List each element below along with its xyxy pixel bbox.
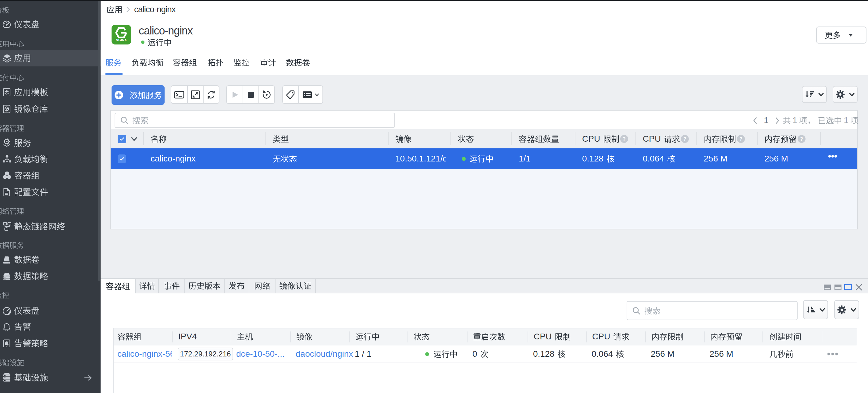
svg-text:?: ?: [800, 136, 803, 141]
svg-text:?: ?: [683, 136, 686, 141]
svg-text:?: ?: [623, 136, 626, 141]
svg-text:NGINX: NGINX: [116, 38, 127, 42]
svg-text:?: ?: [739, 136, 742, 141]
